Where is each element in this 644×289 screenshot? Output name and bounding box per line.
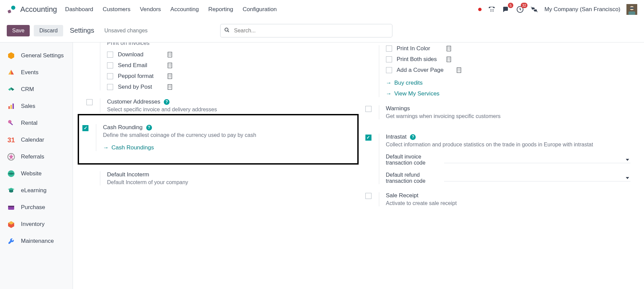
save-button[interactable]: Save (7, 25, 30, 36)
checkbox-customer-addresses[interactable] (86, 99, 93, 105)
search-icon (224, 27, 230, 34)
calendar-icon: 31 (7, 136, 16, 144)
help-icon[interactable]: ? (146, 125, 152, 131)
sidebar-label: Inventory (21, 221, 45, 228)
link-buy-credits[interactable]: → Buy credits (386, 80, 631, 86)
building-icon[interactable] (456, 67, 462, 74)
svg-rect-57 (447, 58, 448, 58)
svg-rect-52 (447, 48, 448, 49)
activities-badge: 32 (521, 3, 527, 8)
link-cash-roundings[interactable]: → Cash Roundings (103, 144, 154, 151)
svg-rect-39 (171, 76, 171, 76)
sidebar-item-general[interactable]: General Settings (0, 47, 73, 64)
checkbox-sale-receipt[interactable] (365, 193, 371, 199)
svg-rect-26 (169, 55, 170, 56)
checkbox-send-email[interactable] (107, 62, 113, 68)
desc-intrastat: Collect information and produce statisti… (386, 142, 631, 148)
select-refund-code[interactable] (444, 175, 631, 181)
sidebar-item-events[interactable]: Events (0, 64, 73, 81)
checkbox-peppol[interactable] (107, 73, 113, 79)
svg-rect-21 (168, 52, 172, 57)
checkbox-download[interactable] (107, 52, 113, 58)
svg-rect-10 (8, 106, 10, 109)
sidebar-item-calendar[interactable]: 31 Calendar (0, 132, 73, 148)
checkbox-warnings[interactable] (365, 106, 371, 112)
checkbox-print-both[interactable] (386, 56, 392, 62)
checkbox-cash-rounding[interactable] (82, 125, 88, 131)
messages-icon[interactable]: 5 (502, 5, 510, 13)
discard-button[interactable]: Discard (34, 25, 63, 36)
svg-rect-64 (458, 68, 458, 69)
svg-line-8 (228, 31, 229, 32)
select-invoice-code[interactable] (444, 157, 631, 163)
app-logo[interactable] (7, 5, 16, 14)
sidebar-item-sales[interactable]: Sales (0, 98, 73, 115)
building-icon[interactable] (166, 51, 173, 58)
checkbox-send-post[interactable] (107, 84, 113, 90)
sidebar-item-referrals[interactable]: Referrals (0, 148, 73, 165)
purchase-icon (7, 203, 16, 212)
svg-rect-5 (630, 7, 634, 9)
sidebar-item-inventory[interactable]: Inventory (0, 216, 73, 233)
checkbox-cover-page[interactable] (386, 67, 392, 73)
sidebar-item-elearning[interactable]: eLearning (0, 182, 73, 199)
setting-default-incoterm: Default Incoterm Default Incoterm of you… (86, 165, 352, 187)
building-icon[interactable] (445, 45, 452, 52)
user-avatar[interactable] (626, 4, 637, 15)
link-label: Buy credits (394, 80, 423, 86)
menu-reporting[interactable]: Reporting (208, 6, 233, 13)
label-send-post: Send by Post (118, 84, 162, 90)
activities-icon[interactable]: 32 (516, 5, 524, 13)
menu-customers[interactable]: Customers (103, 6, 130, 13)
sidebar-item-crm[interactable]: CRM (0, 81, 73, 98)
label-print-color: Print In Color (397, 45, 441, 52)
app-name[interactable]: Accounting (20, 5, 57, 14)
setting-warnings: Warnings Get warnings when invoicing spe… (365, 98, 631, 121)
svg-rect-29 (169, 64, 170, 64)
setting-customer-addresses: Customer Addresses ? Select specific inv… (86, 92, 352, 114)
referrals-icon (7, 152, 16, 161)
svg-rect-63 (457, 68, 461, 73)
setting-print-options: Print In Color Print Both sides Add a Co (365, 42, 631, 98)
company-switcher[interactable]: My Company (San Francisco) (544, 6, 620, 13)
search-input[interactable] (220, 24, 392, 37)
sidebar-label: Calendar (21, 137, 44, 143)
label-refund-code: Default refund transaction code (386, 172, 440, 184)
svg-rect-48 (171, 88, 171, 88)
svg-rect-66 (458, 69, 458, 70)
menu-vendors[interactable]: Vendors (140, 6, 161, 13)
maintenance-icon (7, 237, 16, 245)
svg-point-7 (225, 28, 228, 31)
sidebar-label: Purchase (21, 204, 45, 211)
building-icon[interactable] (166, 62, 173, 69)
svg-point-1 (11, 5, 15, 9)
svg-rect-59 (447, 59, 448, 59)
checkbox-print-color[interactable] (386, 46, 392, 52)
setting-intrastat: Intrastat ? Collect information and prod… (365, 121, 631, 185)
menu-accounting[interactable]: Accounting (171, 6, 199, 13)
svg-rect-44 (171, 85, 171, 86)
arrow-right-icon: → (103, 144, 109, 151)
sidebar-item-purchase[interactable]: Purchase (0, 199, 73, 216)
building-icon[interactable] (166, 73, 173, 80)
building-icon[interactable] (445, 56, 452, 63)
sidebar-item-rental[interactable]: Rental (0, 115, 73, 132)
field-refund-transaction-code: Default refund transaction code (386, 172, 631, 184)
checkbox-intrastat[interactable] (365, 135, 371, 141)
voip-icon[interactable] (488, 5, 496, 13)
sidebar-item-website[interactable]: Website (0, 165, 73, 182)
help-icon[interactable]: ? (164, 99, 170, 105)
settings-content[interactable]: Print on Invoices Download Send Email (73, 42, 644, 289)
link-view-services[interactable]: → View My Services (386, 90, 631, 97)
debug-icon[interactable] (530, 5, 538, 13)
label-invoice-code: Default invoice transaction code (386, 154, 440, 166)
sidebar-item-maintenance[interactable]: Maintenance (0, 233, 73, 250)
svg-rect-69 (459, 71, 460, 71)
svg-rect-51 (449, 47, 450, 48)
menu-dashboard[interactable]: Dashboard (65, 6, 93, 13)
svg-rect-36 (169, 75, 170, 75)
recording-indicator-icon[interactable] (478, 8, 482, 11)
menu-configuration[interactable]: Configuration (242, 6, 277, 13)
building-icon[interactable] (166, 84, 173, 90)
help-icon[interactable]: ? (410, 134, 416, 140)
